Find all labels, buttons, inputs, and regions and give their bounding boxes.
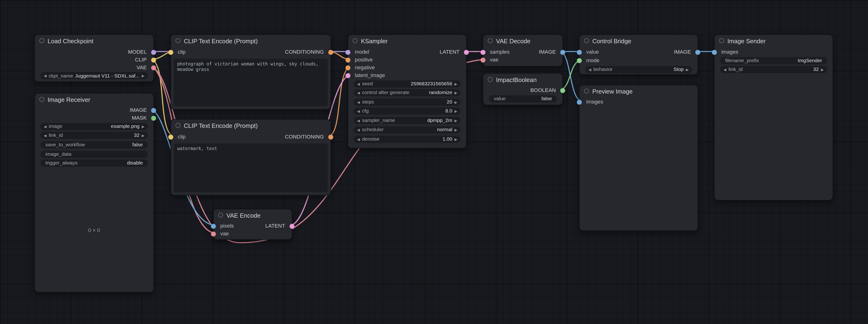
output-dot-conditioning[interactable] xyxy=(328,50,333,55)
left-arrow-icon[interactable] xyxy=(357,89,360,96)
right-arrow-icon[interactable] xyxy=(455,126,457,133)
input-dot-vae[interactable] xyxy=(211,231,216,236)
image-widget[interactable]: image example.png xyxy=(40,123,148,130)
left-arrow-icon[interactable] xyxy=(357,126,360,133)
collapse-toggle-icon[interactable] xyxy=(176,38,181,43)
collapse-toggle-icon[interactable] xyxy=(584,38,589,43)
node-header[interactable]: Image Receiver xyxy=(35,94,154,105)
collapse-toggle-icon[interactable] xyxy=(218,213,223,218)
node-header[interactable]: Preview Image xyxy=(580,85,698,97)
trigger-always-toggle[interactable]: trigger_always disable xyxy=(40,159,148,166)
collapse-toggle-icon[interactable] xyxy=(176,123,181,128)
steps-widget[interactable]: steps 20 xyxy=(354,98,461,106)
right-arrow-icon[interactable] xyxy=(142,72,145,79)
node-image-sender[interactable]: Image Sender images filename_prefix ImgS… xyxy=(714,34,833,200)
collapse-toggle-icon[interactable] xyxy=(488,38,493,43)
right-arrow-icon[interactable] xyxy=(142,131,145,139)
prompt-textarea[interactable]: photograph of victorian woman with wings… xyxy=(174,59,328,106)
left-arrow-icon[interactable] xyxy=(357,117,360,124)
node-control-bridge[interactable]: Control Bridge value mode IMAGE behavior… xyxy=(579,34,698,75)
right-arrow-icon[interactable] xyxy=(455,98,457,106)
left-arrow-icon[interactable] xyxy=(357,98,360,106)
scheduler-widget[interactable]: scheduler normal xyxy=(354,126,461,133)
output-dot-conditioning[interactable] xyxy=(328,134,333,139)
filename-prefix-widget[interactable]: filename_prefix ImgSender xyxy=(720,57,827,64)
node-header[interactable]: VAE Decode xyxy=(483,35,562,47)
seed-widget[interactable]: seed 259683231565656 xyxy=(354,80,461,87)
output-dot-image[interactable] xyxy=(151,108,156,113)
node-header[interactable]: Load Checkpoint xyxy=(35,35,154,47)
denoise-widget[interactable]: denoise 1.00 xyxy=(354,136,461,143)
input-dot-positive[interactable] xyxy=(345,57,350,62)
link-id-widget[interactable]: link_id 32 xyxy=(40,131,148,139)
node-header[interactable]: CLIP Text Encode (Prompt) xyxy=(171,35,331,47)
left-arrow-icon[interactable] xyxy=(44,72,46,79)
control-after-generate-widget[interactable]: control after generate randomize xyxy=(354,89,461,96)
input-dot-pixels[interactable] xyxy=(211,224,216,229)
left-arrow-icon[interactable] xyxy=(588,66,591,73)
value-toggle[interactable]: value false xyxy=(489,95,557,102)
output-dot-mask[interactable] xyxy=(151,116,156,120)
input-dot-model[interactable] xyxy=(345,50,350,55)
node-header[interactable]: Control Bridge xyxy=(580,35,698,47)
input-dot-clip[interactable] xyxy=(168,50,173,55)
node-impact-boolean[interactable]: ImpactBoolean BOOLEAN value false xyxy=(483,73,563,105)
input-dot-images[interactable] xyxy=(712,50,717,55)
node-load-checkpoint[interactable]: Load Checkpoint MODEL CLIP VAE ckpt_name… xyxy=(34,34,154,82)
node-image-receiver[interactable]: Image Receiver IMAGE MASK image example.… xyxy=(34,93,154,293)
node-clip-text-encode-negative[interactable]: CLIP Text Encode (Prompt) clip CONDITION… xyxy=(170,119,331,196)
node-graph-canvas[interactable]: Load Checkpoint MODEL CLIP VAE ckpt_name… xyxy=(0,0,868,324)
output-dot-vae[interactable] xyxy=(151,65,156,70)
node-ksampler[interactable]: KSampler model positive negative latent_… xyxy=(348,34,467,148)
right-arrow-icon[interactable] xyxy=(686,66,689,73)
node-header[interactable]: VAE Encode xyxy=(214,209,292,221)
node-vae-encode[interactable]: VAE Encode pixels vae LATENT xyxy=(213,209,292,240)
output-dot-image[interactable] xyxy=(560,50,565,55)
collapse-toggle-icon[interactable] xyxy=(353,38,358,43)
node-header[interactable]: KSampler xyxy=(348,35,466,47)
right-arrow-icon[interactable] xyxy=(455,136,457,143)
input-dot-latent-image[interactable] xyxy=(345,73,350,78)
input-dot-mode[interactable] xyxy=(577,58,582,63)
output-dot-latent[interactable] xyxy=(464,50,469,55)
input-dot-negative[interactable] xyxy=(345,65,350,70)
node-header[interactable]: Image Sender xyxy=(715,35,833,47)
right-arrow-icon[interactable] xyxy=(455,80,457,87)
collapse-toggle-icon[interactable] xyxy=(39,38,44,43)
cfg-widget[interactable]: cfg 8.0 xyxy=(354,107,461,114)
output-dot-image[interactable] xyxy=(695,50,700,55)
collapse-toggle-icon[interactable] xyxy=(584,89,589,94)
node-preview-image[interactable]: Preview Image images xyxy=(579,85,698,231)
input-dot-vae[interactable] xyxy=(480,57,485,62)
collapse-toggle-icon[interactable] xyxy=(39,97,44,102)
node-header[interactable]: ImpactBoolean xyxy=(483,74,562,85)
left-arrow-icon[interactable] xyxy=(357,80,360,87)
sampler-name-widget[interactable]: sampler_name dpmpp_2m xyxy=(354,117,461,124)
input-dot-images[interactable] xyxy=(577,99,582,105)
right-arrow-icon[interactable] xyxy=(821,66,824,73)
output-dot-model[interactable] xyxy=(151,50,156,55)
output-dot-clip[interactable] xyxy=(151,57,156,62)
behavior-widget[interactable]: behavior Stop xyxy=(585,66,692,73)
right-arrow-icon[interactable] xyxy=(142,123,145,130)
input-dot-clip[interactable] xyxy=(168,134,173,139)
image-data-widget[interactable]: image_data xyxy=(40,150,148,157)
node-clip-text-encode-positive[interactable]: CLIP Text Encode (Prompt) clip CONDITION… xyxy=(170,34,331,110)
node-vae-decode[interactable]: VAE Decode samples vae IMAGE xyxy=(483,34,563,66)
prompt-textarea[interactable]: watermark, text xyxy=(174,143,328,192)
right-arrow-icon[interactable] xyxy=(455,107,457,114)
left-arrow-icon[interactable] xyxy=(44,131,46,139)
link-id-widget[interactable]: link_id 32 xyxy=(720,66,827,73)
right-arrow-icon[interactable] xyxy=(455,89,457,96)
node-header[interactable]: CLIP Text Encode (Prompt) xyxy=(171,120,331,131)
left-arrow-icon[interactable] xyxy=(44,123,46,130)
input-dot-samples[interactable] xyxy=(480,50,485,55)
output-dot-latent[interactable] xyxy=(289,224,294,229)
output-dot-boolean[interactable] xyxy=(560,88,565,93)
right-arrow-icon[interactable] xyxy=(455,117,457,124)
left-arrow-icon[interactable] xyxy=(357,107,360,114)
collapse-toggle-icon[interactable] xyxy=(719,38,724,43)
ckpt-name-widget[interactable]: ckpt_name Juggernaut V11 - SDXL.saf... xyxy=(40,72,148,79)
input-dot-value[interactable] xyxy=(577,50,582,55)
save-to-workflow-toggle[interactable]: save_to_workflow false xyxy=(40,141,148,148)
